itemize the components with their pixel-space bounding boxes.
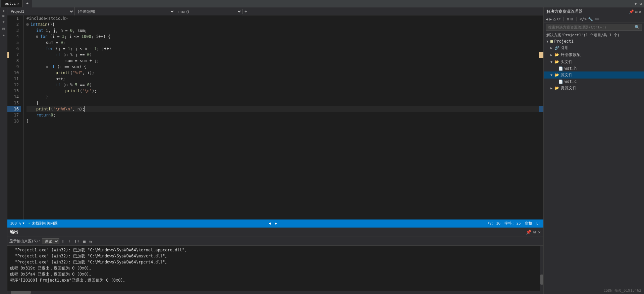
linenum-9: 9: [9, 64, 21, 70]
gutter-1: [539, 15, 543, 21]
fold-icon-2[interactable]: ⊟: [26, 21, 30, 28]
linenum-7: 7: [9, 52, 21, 58]
tree-item-headers[interactable]: ▼ 📂 头文件: [544, 58, 644, 65]
tab-close-icon[interactable]: ✕: [17, 2, 19, 5]
gutter-18: [539, 118, 543, 124]
top-bar-right: ▼ ⚙: [634, 1, 643, 7]
search-input[interactable]: [548, 25, 635, 30]
code-line-9: ⊟if (i == sum) {: [26, 64, 539, 70]
icon-headers: 📂: [554, 60, 559, 64]
output-btn-1[interactable]: ⬆: [61, 239, 65, 244]
tree-item-sources[interactable]: ▼ 📂 源文件: [544, 71, 644, 79]
output-btn-wrap[interactable]: ≡: [82, 239, 87, 244]
sidebar-icon-5[interactable]: ⚑: [1, 33, 6, 39]
output-scrollbar[interactable]: [540, 246, 543, 294]
sol-minus-icon[interactable]: ➖: [594, 17, 599, 21]
settings-icon[interactable]: ⚙: [639, 1, 643, 7]
sol-home-icon[interactable]: ⌂: [553, 17, 555, 21]
search-container: 🔍: [544, 22, 644, 32]
output-title: 输出: [10, 229, 18, 235]
fold-icon-9[interactable]: ⊟: [46, 64, 49, 70]
gutter-6: [539, 46, 543, 52]
function-dropdown[interactable]: main(): [175, 7, 242, 15]
tree-item-references[interactable]: ▶ 🔗 引用: [544, 44, 644, 51]
scope-dropdown[interactable]: (全局范围): [74, 7, 175, 15]
status-bar: 100 % ▼ ✓ 未找到相关问题 ◀ ▶ 行: 16 字符: 25 空格 LF: [7, 219, 543, 227]
sidebar-icon-1[interactable]: ≡: [1, 9, 6, 13]
tab-new[interactable]: +: [23, 0, 32, 7]
zoom-value: 100 %: [10, 221, 21, 226]
sol-collapse-icon[interactable]: ⊟: [571, 17, 573, 21]
output-content: "Project1.exe" (Win32): 已加载 "C:\Windows\…: [7, 246, 543, 294]
output-hscroll-thumb: [11, 291, 31, 294]
zoom-control[interactable]: 100 % ▼: [10, 221, 24, 226]
code-area[interactable]: #include<stdio.h> ⊟int main(){ int i, j,…: [24, 15, 539, 219]
project-dropdown[interactable]: Project1: [7, 7, 74, 15]
sol-prop-icon[interactable]: 🔧: [588, 17, 593, 21]
code-line-4: ⊟for (i = 3; i <= 1000; i++) {: [26, 34, 539, 40]
tree-item-wst-c[interactable]: 📄 wst.c: [544, 79, 644, 85]
sidebar-icon-2[interactable]: ⊞: [1, 14, 6, 18]
output-scroll-thumb: [540, 275, 543, 285]
output-hscrollbar[interactable]: [7, 291, 540, 294]
code-line-6: for (j = 1; j < n - 1; j++): [26, 46, 539, 52]
output-panel: 输出 📌 ⊡ ✕ 显示输出来源(S): 调试 ⬆ ⬇ ⬆⬇ ≡ ↻ "Pr: [7, 227, 543, 294]
output-header: 输出 📌 ⊡ ✕: [7, 228, 543, 237]
arrow-sources: ▼: [550, 73, 554, 77]
main-layout: ≡ ⊞ ◈ ▤ ⚑ Project1 (全局范围) main() +: [0, 7, 644, 294]
tree-item-resources[interactable]: ▶ 📂 资源文件: [544, 85, 644, 92]
tab-wst-c[interactable]: wst.c ✕: [1, 0, 23, 7]
linenum-18: 18: [9, 118, 21, 124]
sidebar-icon-3[interactable]: ◈: [1, 18, 6, 25]
label-sources: 源文件: [560, 72, 641, 78]
arrow-resources: ▶: [550, 86, 554, 90]
gutter-15: [539, 100, 543, 106]
pin-icon[interactable]: 📌: [526, 230, 531, 235]
code-editor[interactable]: 1 2 3 4 5 6 7 8 9 10 11 12 13 14 15 16 1…: [7, 15, 543, 219]
close-output-icon[interactable]: ✕: [538, 230, 541, 235]
tree-item-wst-h[interactable]: 📄 wst.h: [544, 65, 644, 71]
sol-code-icon[interactable]: </>: [580, 17, 587, 21]
float-icon[interactable]: ⊡: [533, 230, 536, 235]
code-line-2: ⊟int main(){: [26, 21, 539, 28]
tab-new-label: +: [26, 1, 29, 6]
linenum-17: 17: [9, 112, 21, 118]
output-source-select[interactable]: 调试: [42, 238, 59, 244]
sidebar-icon-4[interactable]: ▤: [1, 26, 6, 32]
close-panel-icon[interactable]: ✕: [639, 9, 641, 14]
icon-wst-h: 📄: [558, 66, 563, 71]
linenum-16: 16: [9, 106, 21, 112]
sol-filter-icon[interactable]: ⊠: [567, 17, 569, 21]
tree-item-project1[interactable]: ▼ ■ Project1: [544, 38, 644, 44]
sol-forward-icon[interactable]: ▶: [549, 17, 552, 21]
output-btn-refresh[interactable]: ↻: [88, 239, 93, 244]
linenum-14: 14: [9, 94, 21, 100]
linenum-6: 6: [9, 46, 21, 52]
icon-references: 🔗: [554, 46, 559, 50]
label-project1: Project1: [554, 39, 641, 44]
label-external-deps: 外部依赖项: [560, 52, 641, 58]
output-btn-2[interactable]: ⬇: [67, 239, 71, 244]
fold-icon-4[interactable]: ⊟: [36, 34, 40, 40]
sol-back-icon[interactable]: ◀: [546, 17, 548, 21]
code-line-1: #include<stdio.h>: [26, 15, 539, 21]
add-button[interactable]: +: [242, 9, 249, 14]
solution-toolbar: ◀ ▶ ⌂ ⟳ | ⊠ ⊟ | </> 🔧 ➖: [544, 16, 644, 22]
search-icon[interactable]: 🔍: [635, 25, 640, 30]
scroll-left[interactable]: ◀: [269, 221, 271, 226]
scroll-right[interactable]: ▶: [275, 221, 277, 226]
tree-item-external-deps[interactable]: ▶ 📂 外部依赖项: [544, 51, 644, 58]
output-btn-3[interactable]: ⬆⬇: [73, 239, 80, 244]
code-line-8: sum = sum + j;: [26, 58, 539, 64]
dropdown-icon[interactable]: ▼: [634, 1, 638, 7]
arrow-headers: ▼: [550, 60, 554, 64]
solution-explorer-title: 解决方案资源管理器: [546, 9, 629, 14]
sol-sync-icon[interactable]: ⟳: [557, 17, 560, 21]
label-headers: 头文件: [560, 59, 641, 65]
code-line-14: }: [26, 94, 539, 100]
maximize-panel-icon[interactable]: ⊡: [635, 9, 638, 14]
pin-panel-icon[interactable]: 📌: [629, 9, 634, 14]
solution-explorer-icons: 📌 ⊡ ✕: [629, 9, 641, 14]
icon-sources: 📂: [554, 73, 559, 77]
linenum-10: 10: [9, 70, 21, 76]
